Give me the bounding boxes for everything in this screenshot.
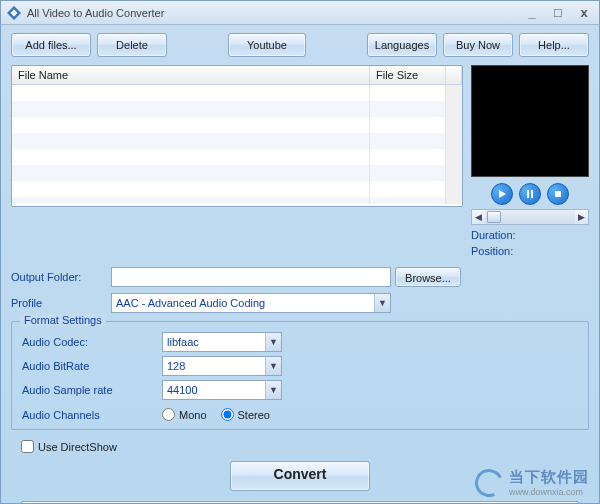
watermark-text: 当下软件园 [509,468,589,487]
output-folder-input[interactable] [111,267,391,287]
audio-sample-value: 44100 [163,384,265,396]
pause-button[interactable] [519,183,541,205]
stop-button[interactable] [547,183,569,205]
minimize-button[interactable]: _ [523,6,541,20]
stereo-radio-label[interactable]: Stereo [221,408,270,421]
audio-sample-label: Audio Sample rate [22,384,162,396]
audio-codec-label: Audio Codec: [22,336,162,348]
delete-button[interactable]: Delete [97,33,167,57]
youtube-button[interactable]: Youtube [228,33,306,57]
svg-marker-2 [499,190,506,198]
toolbar: Add files... Delete Youtube Languages Bu… [1,25,599,65]
audio-bitrate-select[interactable]: 128 ▼ [162,356,282,376]
play-button[interactable] [491,183,513,205]
use-directshow-checkbox[interactable] [21,440,34,453]
add-files-button[interactable]: Add files... [11,33,91,57]
mono-radio[interactable] [162,408,175,421]
watermark: 当下软件园 www.downxia.com [475,468,589,497]
audio-sample-select[interactable]: 44100 ▼ [162,380,282,400]
profile-value: AAC - Advanced Audio Coding [112,297,374,309]
seek-bar[interactable]: ◀ ▶ [471,209,589,225]
audio-bitrate-label: Audio BitRate [22,360,162,372]
seek-thumb[interactable] [487,211,501,223]
audio-channels-label: Audio Channels [22,409,162,421]
stereo-radio[interactable] [221,408,234,421]
column-header-filename[interactable]: File Name [12,66,370,84]
file-list[interactable]: File Name File Size [11,65,463,207]
seek-right-icon[interactable]: ▶ [575,210,588,224]
duration-label: Duration: [471,229,589,241]
svg-rect-3 [527,190,529,198]
chevron-down-icon[interactable]: ▼ [265,333,281,351]
watermark-url: www.downxia.com [509,487,589,497]
profile-select[interactable]: AAC - Advanced Audio Coding ▼ [111,293,391,313]
close-button[interactable]: x [575,6,593,20]
use-directshow-label: Use DirectShow [38,441,117,453]
column-header-spacer [446,66,462,84]
convert-button[interactable]: Convert [230,461,370,491]
app-icon [7,6,21,20]
video-preview [471,65,589,177]
chevron-down-icon[interactable]: ▼ [265,381,281,399]
buy-now-button[interactable]: Buy Now [443,33,513,57]
chevron-down-icon[interactable]: ▼ [374,294,390,312]
file-list-body-size [370,85,446,204]
format-settings-group: Format Settings Audio Codec: libfaac ▼ A… [11,321,589,430]
browse-button[interactable]: Browse... [395,267,461,287]
audio-codec-select[interactable]: libfaac ▼ [162,332,282,352]
chevron-down-icon[interactable]: ▼ [265,357,281,375]
mono-radio-label[interactable]: Mono [162,408,207,421]
titlebar: All Video to Audio Converter _ □ x [1,1,599,25]
column-header-filesize[interactable]: File Size [370,66,446,84]
audio-codec-value: libfaac [163,336,265,348]
file-list-body-name [12,85,370,204]
svg-rect-4 [531,190,533,198]
seek-left-icon[interactable]: ◀ [472,210,485,224]
watermark-logo-icon [471,465,507,501]
languages-button[interactable]: Languages [367,33,437,57]
audio-bitrate-value: 128 [163,360,265,372]
file-list-scrollbar[interactable] [446,85,462,204]
svg-rect-5 [555,191,561,197]
maximize-button[interactable]: □ [549,6,567,20]
help-button[interactable]: Help... [519,33,589,57]
window-title: All Video to Audio Converter [27,7,523,19]
output-folder-label: Output Folder: [11,271,111,283]
position-label: Position: [471,245,589,257]
profile-label: Profile [11,297,111,309]
format-settings-legend: Format Settings [20,314,106,326]
